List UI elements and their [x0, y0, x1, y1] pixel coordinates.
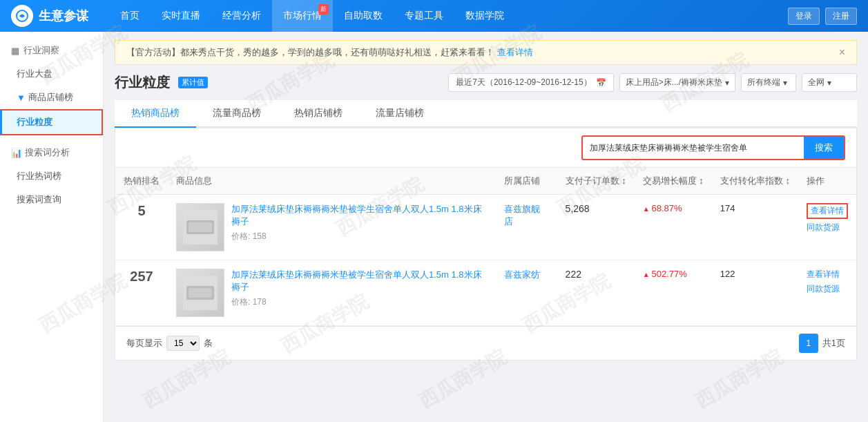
product-price-2: 价格: 178: [231, 296, 488, 308]
chevron-down-icon: ▾: [725, 78, 729, 88]
growth-cell-2: 502.77%: [635, 260, 712, 326]
sidebar: ▦ 行业洞察 行业大盘 ▼ 商品店铺榜 行业粒度 📊 搜索词分析 行业热词榜 搜…: [0, 32, 104, 422]
tab-hot-products[interactable]: 热销商品榜: [115, 100, 196, 128]
per-page-select[interactable]: 15: [166, 336, 200, 351]
sidebar-group-industry: ▦ 行业洞察: [0, 39, 103, 62]
product-name-1[interactable]: 加厚法莱绒床垫床褥褥褥米垫被学生宿舍单人双人1.5m 1.8米床褥子: [231, 203, 488, 228]
product-price-1: 价格: 158: [231, 231, 488, 242]
page-title: 行业粒度: [115, 73, 170, 92]
rank-cell-2: 257: [115, 260, 168, 326]
nav-item-data[interactable]: 自助取数: [333, 0, 394, 32]
shop-name-1[interactable]: 喜兹旗舰店: [504, 204, 540, 227]
conversion-cell-2: 122: [712, 260, 798, 326]
table-row: 5: [115, 195, 856, 260]
col-product: 商品信息: [168, 168, 496, 195]
nav-item-live[interactable]: 实时直播: [151, 0, 211, 32]
terminal-filter[interactable]: 所有终端 ▾: [741, 73, 796, 92]
sidebar-item-query[interactable]: 搜索词查询: [0, 188, 103, 211]
search-group-icon: 📊: [11, 148, 22, 158]
action-cell-2: 查看详情 同款货源: [798, 260, 856, 326]
register-button[interactable]: 注册: [825, 8, 857, 25]
main-layout: ▦ 行业洞察 行业大盘 ▼ 商品店铺榜 行业粒度 📊 搜索词分析 行业热词榜 搜…: [0, 32, 868, 422]
col-conversion[interactable]: 支付转化率指数 ↕: [712, 168, 798, 195]
shop-cell-2: 喜兹家纺: [496, 260, 557, 326]
chevron-down-icon: ▾: [827, 78, 831, 88]
sidebar-item-shop-rank[interactable]: ▼ 商品店铺榜: [0, 86, 103, 109]
data-table: 热销排名 商品信息 所属店铺 支付子订单数 ↕ 交易增长幅度 ↕ 支付转化率指数…: [115, 168, 856, 326]
sidebar-item-industry-board[interactable]: 行业大盘: [0, 62, 103, 86]
login-button[interactable]: 登录: [788, 8, 820, 25]
calendar-icon: 📅: [596, 78, 606, 88]
orders-cell-1: 5,268: [557, 195, 635, 260]
table-row: 257: [115, 260, 856, 326]
product-cell-1: 加厚法莱绒床垫床褥褥褥米垫被学生宿舍单人双人1.5m 1.8米床褥子 价格: 1…: [168, 195, 496, 260]
rank-cell-1: 5: [115, 195, 168, 260]
col-growth[interactable]: 交易增长幅度 ↕: [635, 168, 712, 195]
banner-close-button[interactable]: ×: [839, 46, 845, 59]
nav-item-market[interactable]: 市场行情 新: [272, 0, 333, 32]
growth-cell-1: 68.87%: [635, 195, 712, 260]
shop-cell-1: 喜兹旗舰店: [496, 195, 557, 260]
action-cell-1: 查看详情 同款货源: [798, 195, 856, 260]
view-detail-link-1[interactable]: 查看详情: [807, 203, 848, 219]
banner-link[interactable]: 查看详情: [497, 47, 533, 57]
search-wrap: 搜索: [581, 135, 845, 160]
product-cell-2: 加厚法莱绒床垫床褥褥褥米垫被学生宿舍单人双人1.5m 1.8米床褥子 价格: 1…: [168, 260, 496, 326]
nav-right: 登录 注册: [788, 8, 857, 25]
announcement-banner: 【官方活动】都来秀点干货，秀的越多，学到的越多哦，还有萌萌哒好礼相送，赶紧来看看…: [115, 40, 857, 65]
industry-icon: ▦: [11, 46, 19, 56]
col-shop: 所属店铺: [496, 168, 557, 195]
chevron-down-icon: ▾: [783, 78, 787, 88]
product-image-2: [176, 269, 224, 317]
tab-traffic-shops[interactable]: 流量店铺榜: [359, 100, 441, 128]
col-orders[interactable]: 支付子订单数 ↕: [557, 168, 635, 195]
svg-rect-3: [189, 222, 212, 232]
page-button-1[interactable]: 1: [799, 334, 818, 353]
page-header: 行业粒度 累计值 最近7天（2016-12-09~2016-12-15） 📅 床…: [115, 73, 857, 92]
same-source-link-2[interactable]: 同款货源: [807, 283, 848, 295]
date-range-text: 最近7天（2016-12-09~2016-12-15）: [456, 77, 591, 88]
tab-hot-shops[interactable]: 热销店铺榜: [278, 100, 359, 128]
category-filter[interactable]: 床上用品>床.../褥褥米床垫 ▾: [619, 73, 735, 92]
sidebar-divider: [0, 135, 103, 141]
table-container: 搜索 热销排名 商品信息 所属店铺 支付子订单数 ↕ 交易增长幅度 ↕ 支付转化…: [115, 128, 857, 361]
pagination-bar: 每页显示 15 条 1 共1页: [115, 326, 856, 360]
product-image-1: [176, 203, 224, 251]
col-rank: 热销排名: [115, 168, 168, 195]
logo: 生意参谋: [11, 5, 88, 27]
search-button[interactable]: 搜索: [804, 137, 844, 159]
conversion-cell-1: 174: [712, 195, 798, 260]
banner-text: 【官方活动】都来秀点干货，秀的越多，学到的越多哦，还有萌萌哒好礼相送，赶紧来看看…: [126, 46, 533, 59]
orders-cell-2: 222: [557, 260, 635, 326]
sub-tabs: 热销商品榜 流量商品榜 热销店铺榜 流量店铺榜: [115, 100, 857, 128]
svg-rect-6: [189, 288, 212, 298]
tab-traffic-products[interactable]: 流量商品榜: [196, 100, 278, 128]
cumulative-badge: 累计值: [178, 77, 208, 88]
search-input[interactable]: [583, 140, 804, 156]
sidebar-item-hotwords[interactable]: 行业热词榜: [0, 164, 103, 188]
sidebar-group-search: 📊 搜索词分析: [0, 141, 103, 164]
nav-item-tools[interactable]: 专题工具: [394, 0, 454, 32]
table-toolbar: 搜索: [115, 128, 856, 168]
nav-item-management[interactable]: 经营分析: [211, 0, 272, 32]
main-content: 【官方活动】都来秀点干货，秀的越多，学到的越多哦，还有萌萌哒好礼相送，赶紧来看看…: [104, 32, 868, 422]
filters: 最近7天（2016-12-09~2016-12-15） 📅 床上用品>床.../…: [448, 73, 857, 92]
nav-items: 首页 实时直播 经营分析 市场行情 新 自助取数 专题工具 数据学院: [109, 0, 788, 32]
network-filter[interactable]: 全网 ▾: [802, 73, 857, 92]
per-page-control: 每页显示 15 条: [126, 336, 213, 351]
nav-badge-new: 新: [318, 4, 329, 15]
page-controls: 1 共1页: [799, 334, 845, 353]
nav-item-academy[interactable]: 数据学院: [454, 0, 515, 32]
col-action: 操作: [798, 168, 856, 195]
nav-item-home[interactable]: 首页: [109, 0, 151, 32]
sidebar-item-granularity[interactable]: 行业粒度: [0, 109, 103, 135]
logo-icon: [11, 5, 33, 27]
top-nav: 生意参谋 首页 实时直播 经营分析 市场行情 新 自助取数 专题工具 数据学院 …: [0, 0, 868, 32]
view-detail-link-2[interactable]: 查看详情: [807, 269, 848, 280]
same-source-link-1[interactable]: 同款货源: [807, 222, 848, 233]
expand-icon: ▼: [17, 93, 26, 103]
product-name-2[interactable]: 加厚法莱绒床垫床褥褥褥米垫被学生宿舍单人双人1.5m 1.8米床褥子: [231, 269, 488, 294]
logo-text: 生意参谋: [39, 8, 88, 24]
date-filter[interactable]: 最近7天（2016-12-09~2016-12-15） 📅: [448, 73, 613, 92]
shop-name-2[interactable]: 喜兹家纺: [504, 269, 540, 280]
